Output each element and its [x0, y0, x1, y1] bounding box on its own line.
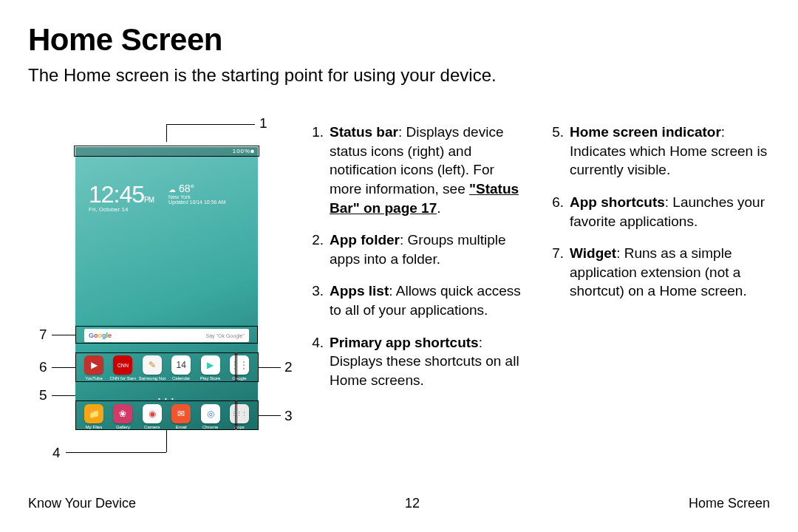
cross-reference-link[interactable]: "Status Bar" on page 17 [330, 181, 519, 216]
app-label: Gallery [116, 425, 130, 429]
footer-page-number: 12 [405, 496, 420, 511]
app-tile: CNN [113, 355, 132, 375]
callout-number-5: 5 [39, 387, 47, 403]
item-text: App shortcuts: Launches your favorite ap… [570, 193, 770, 231]
item-text: Widget: Runs as a simple application ext… [570, 244, 770, 301]
weather-widget: ☁ 68° New York Updated 10/14 10:56 AM [168, 183, 225, 205]
app-tile: ▶ [84, 355, 103, 375]
callout-number-3: 3 [284, 408, 293, 424]
app-label: Email [176, 425, 187, 429]
app-icon: 📁My Files [81, 404, 106, 429]
app-tile: ✉ [171, 404, 191, 423]
footer-section-name: Know Your Device [28, 496, 136, 511]
app-icon: ▶YouTube [81, 355, 106, 381]
app-label: Camera [144, 425, 160, 429]
item-number: 7. [550, 244, 564, 301]
app-label: CNN for Samsung [109, 376, 136, 381]
app-label: Google [232, 376, 246, 381]
app-tile: ◎ [201, 404, 220, 423]
app-label: Chrome [202, 425, 218, 429]
app-icon: ◎Chrome [198, 404, 223, 429]
description-item: 2.App folder: Groups multiple apps into … [310, 231, 530, 268]
item-text: Home screen indicator: Indicates which H… [570, 123, 770, 180]
status-icons-right: 100%■ [233, 148, 255, 154]
google-search-widget: Google Say "Ok Google" [84, 329, 249, 342]
callout-number-7: 7 [39, 327, 47, 343]
page-subtitle: The Home screen is the starting point fo… [28, 65, 497, 86]
app-icon: CNNCNN for Samsung [110, 355, 135, 381]
description-column-2: 5.Home screen indicator: Indicates which… [550, 123, 770, 403]
app-label: Calendar [172, 376, 190, 381]
app-label: Apps [234, 425, 245, 429]
item-text: Primary app shortcuts: Displays these sh… [330, 333, 530, 390]
app-label: My Files [86, 425, 102, 429]
page-indicator-dots: • • • [75, 395, 258, 402]
google-logo-icon: Google [89, 332, 112, 339]
page-footer: Know Your Device 12 Home Screen [28, 496, 770, 511]
app-tile: ⋮⋮⋮ [230, 404, 249, 423]
description-item: 1.Status bar: Displays device status ico… [310, 123, 530, 217]
app-icon: ✎Samsung Notes [140, 355, 165, 381]
app-tile: ✎ [143, 355, 162, 375]
description-item: 5.Home screen indicator: Indicates which… [550, 123, 770, 180]
callout-number-1: 1 [259, 115, 267, 132]
callout-number-6: 6 [39, 359, 47, 375]
app-icon: ❀Gallery [110, 404, 135, 429]
footer-topic-name: Home Screen [689, 496, 770, 511]
status-bar-area: 100%■ [75, 147, 258, 156]
app-icon: ◉Camera [140, 404, 165, 429]
app-tile: 14 [171, 355, 191, 375]
app-icon: ⋮⋮Google [227, 355, 252, 381]
app-icon: 14Calendar [168, 355, 194, 381]
app-tile: ❀ [113, 404, 132, 423]
item-number: 3. [310, 282, 324, 319]
item-number: 2. [310, 231, 324, 268]
app-tile: ▶ [201, 355, 220, 375]
item-text: Apps list: Allows quick access to all of… [330, 282, 530, 319]
app-tile: ⋮⋮ [230, 355, 249, 375]
item-number: 6. [550, 193, 564, 231]
description-column-1: 1.Status bar: Displays device status ico… [310, 123, 530, 403]
device-illustration: 100%■ 12:45PM Fri, October 14 ☁ 68° New … [70, 142, 263, 434]
clock-time: 12:45PM [89, 183, 154, 206]
item-number: 1. [310, 123, 324, 217]
app-icon: ⋮⋮⋮Apps [227, 404, 252, 429]
description-item: 4.Primary app shortcuts: Displays these … [310, 333, 530, 390]
item-text: Status bar: Displays device status icons… [330, 123, 530, 217]
app-label: Play Store [200, 376, 221, 381]
app-label: YouTube [85, 376, 103, 381]
app-tile: ◉ [143, 404, 162, 423]
app-icon: ▶Play Store [198, 355, 223, 381]
description-item: 3.Apps list: Allows quick access to all … [310, 282, 530, 319]
callout-number-2: 2 [284, 359, 293, 375]
clock-date: Fri, October 14 [89, 206, 154, 213]
app-label: Samsung Notes [139, 376, 166, 381]
search-hint: Say "Ok Google" [206, 333, 245, 338]
item-number: 5. [550, 123, 564, 180]
description-item: 7.Widget: Runs as a simple application e… [550, 244, 770, 301]
app-icon: ✉Email [168, 404, 194, 429]
description-item: 6.App shortcuts: Launches your favorite … [550, 193, 770, 231]
item-number: 4. [310, 333, 324, 390]
callout-number-4: 4 [52, 445, 61, 461]
app-tile: 📁 [84, 404, 103, 423]
page-title: Home Screen [28, 22, 222, 58]
item-text: App folder: Groups multiple apps into a … [330, 231, 530, 268]
